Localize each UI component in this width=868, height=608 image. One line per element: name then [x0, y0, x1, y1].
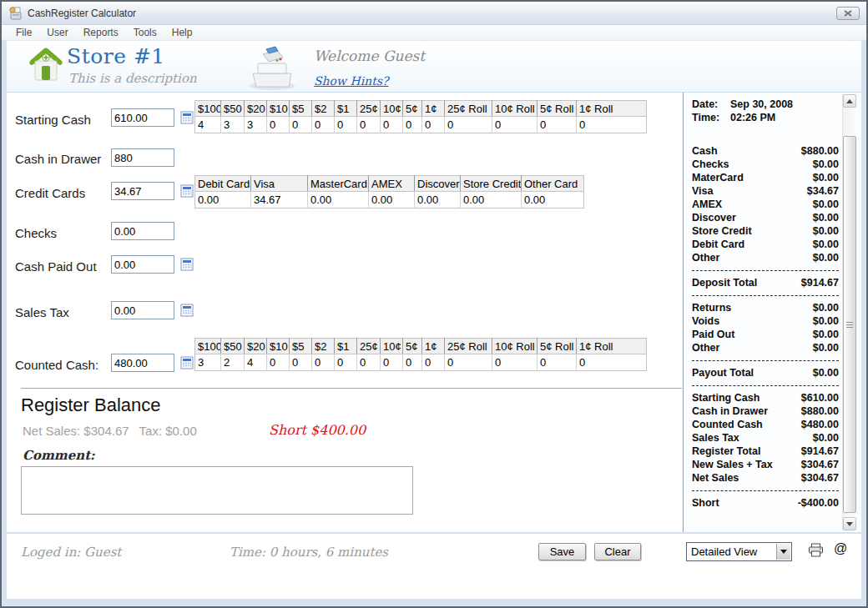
- comment-label: Comment:: [23, 448, 95, 463]
- view-mode-select[interactable]: Detailed View: [686, 542, 792, 561]
- denom-count-cell[interactable]: 0: [267, 354, 290, 371]
- denom-header-cell: 10¢: [381, 101, 403, 117]
- logged-in-text: Loged in: Guest: [21, 545, 121, 560]
- summary-row: Visa$34.67: [692, 184, 839, 198]
- dropdown-arrow-button[interactable]: [776, 544, 790, 560]
- summary-scrollbar[interactable]: [842, 94, 855, 530]
- menu-item-user[interactable]: User: [39, 27, 75, 38]
- cash-in-drawer-input[interactable]: [111, 148, 174, 167]
- clear-button[interactable]: Clear: [594, 543, 641, 560]
- denom-count-cell[interactable]: 0: [422, 117, 445, 133]
- denom-count-cell[interactable]: 0: [357, 117, 381, 133]
- close-icon: [844, 10, 852, 17]
- credit-cards-input[interactable]: [111, 182, 174, 200]
- denom-count-cell[interactable]: 0: [290, 117, 312, 133]
- menu-item-help[interactable]: Help: [164, 27, 200, 38]
- menu-item-reports[interactable]: Reports: [76, 27, 126, 38]
- starting-cash-input[interactable]: [111, 108, 174, 127]
- close-button[interactable]: [836, 7, 860, 20]
- denom-count-cell[interactable]: 4: [195, 117, 221, 133]
- calculator-icon[interactable]: [180, 258, 194, 271]
- denom-count-cell[interactable]: 0: [577, 117, 647, 133]
- summary-row: Cash in Drawer$880.00: [692, 404, 839, 418]
- card-value-cell[interactable]: 0.00: [415, 192, 461, 209]
- email-button[interactable]: @: [834, 541, 847, 556]
- summary-row: Net Sales$304.67: [692, 471, 839, 485]
- denom-count-cell[interactable]: 4: [245, 354, 267, 371]
- scroll-down-button[interactable]: [843, 517, 856, 530]
- denom-count-cell[interactable]: 0: [357, 354, 381, 371]
- denom-header-cell: $50: [221, 339, 245, 354]
- scrollbar-thumb[interactable]: [843, 136, 856, 513]
- calculator-icon[interactable]: [180, 356, 194, 369]
- denom-count-cell[interactable]: 0: [403, 354, 422, 371]
- denom-count-cell[interactable]: 0: [267, 117, 290, 133]
- denom-count-cell[interactable]: 0: [422, 354, 445, 371]
- denom-header-cell: $5: [290, 101, 312, 117]
- card-header-cell: AMEX: [369, 176, 415, 192]
- menu-item-file[interactable]: File: [8, 27, 39, 38]
- cash-paid-out-input[interactable]: [111, 255, 174, 274]
- comment-textarea[interactable]: [21, 466, 413, 515]
- time-row: Time: 02:26 PM: [692, 111, 839, 124]
- denom-header-cell: $10: [267, 339, 290, 354]
- denom-count-cell[interactable]: 0: [537, 117, 577, 133]
- field-label-cash-paid-out: Cash Paid Out: [15, 259, 97, 274]
- card-header-cell: Discover: [415, 176, 461, 192]
- denom-count-cell[interactable]: 0: [492, 117, 537, 133]
- denom-header-cell: $10: [267, 101, 290, 117]
- cash-register-icon: [247, 44, 299, 94]
- denom-count-cell[interactable]: 2: [221, 354, 245, 371]
- denom-count-cell[interactable]: 0: [312, 117, 335, 133]
- denom-count-cell[interactable]: 0: [381, 354, 403, 371]
- calculator-icon[interactable]: [180, 111, 194, 124]
- summary-panel: Date: Sep 30, 2008 Time: 02:26 PM Cash$8…: [683, 93, 861, 532]
- tax-text: Tax: $0.00: [139, 424, 197, 438]
- menu-item-tools[interactable]: Tools: [126, 27, 164, 38]
- counted-cash-input[interactable]: [111, 354, 174, 372]
- denom-count-cell[interactable]: 3: [221, 117, 245, 133]
- summary-row-payout-total: Payout Total$0.00: [692, 366, 839, 379]
- scroll-up-button[interactable]: [843, 94, 856, 108]
- denom-count-cell[interactable]: 3: [195, 354, 221, 371]
- card-value-cell[interactable]: 0.00: [461, 192, 522, 209]
- denom-count-cell[interactable]: 3: [245, 117, 267, 133]
- session-time-text: Time: 0 hours, 6 minutes: [230, 545, 388, 560]
- store-name: Store #1: [67, 44, 165, 68]
- field-label-counted-cash: Counted Cash:: [15, 358, 98, 372]
- welcome-text: Welcome Guest: [314, 48, 425, 64]
- card-value-cell[interactable]: 0.00: [522, 192, 584, 209]
- summary-row: Starting Cash$610.00: [692, 391, 839, 404]
- save-button[interactable]: Save: [538, 543, 586, 560]
- calculator-icon[interactable]: [180, 304, 194, 317]
- sales-tax-input[interactable]: [111, 301, 174, 319]
- card-value-cell[interactable]: 0.00: [308, 192, 369, 209]
- denom-header-cell: 10¢: [381, 339, 403, 354]
- checks-input[interactable]: [111, 222, 174, 240]
- denom-count-cell[interactable]: 0: [445, 117, 492, 133]
- print-button[interactable]: [808, 543, 824, 560]
- calculator-icon[interactable]: [180, 184, 194, 198]
- header: Store #1 This is a description Welcome G…: [7, 41, 861, 93]
- denom-count-cell[interactable]: 0: [492, 354, 537, 371]
- denom-count-cell[interactable]: 0: [290, 354, 312, 371]
- menubar: File User Reports Tools Help: [2, 25, 866, 41]
- summary-row: Other$0.00: [692, 341, 839, 354]
- denom-count-cell[interactable]: 0: [537, 354, 577, 371]
- denom-count-cell[interactable]: 0: [312, 354, 335, 371]
- date-row: Date: Sep 30, 2008: [692, 98, 839, 111]
- denom-count-cell[interactable]: 0: [335, 117, 357, 133]
- card-value-cell[interactable]: 0.00: [195, 192, 251, 209]
- denom-count-cell[interactable]: 0: [445, 354, 492, 371]
- denom-count-cell[interactable]: 0: [403, 117, 422, 133]
- summary-row: Checks$0.00: [692, 158, 839, 171]
- summary-separator: [692, 360, 839, 361]
- show-hints-link[interactable]: Show Hints?: [314, 74, 389, 88]
- denom-count-cell[interactable]: 0: [381, 117, 403, 133]
- card-value-cell[interactable]: 0.00: [369, 192, 415, 209]
- denom-header-cell: 1¢ Roll: [577, 339, 647, 354]
- denom-count-cell[interactable]: 0: [577, 354, 647, 371]
- denom-count-cell[interactable]: 0: [335, 354, 357, 371]
- card-value-cell[interactable]: 34.67: [251, 192, 308, 209]
- denom-header-cell: 5¢ Roll: [537, 339, 577, 354]
